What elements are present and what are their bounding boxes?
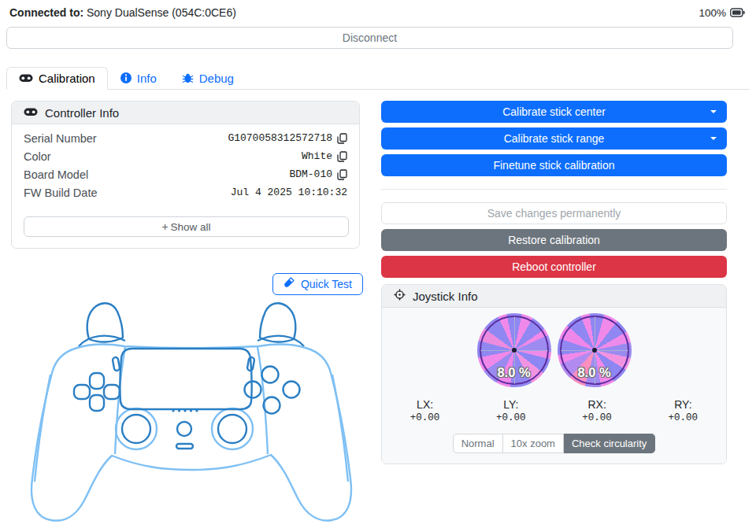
axis-value: +0.00: [640, 412, 726, 423]
axis-rx: RX: +0.00: [554, 398, 640, 423]
divider: [381, 189, 727, 190]
joystick-info-title: Joystick Info: [413, 290, 478, 303]
app-root: Connected to: Sony DualSense (054C:0CE6)…: [0, 0, 756, 530]
battery-percent: 100%: [699, 7, 726, 19]
quick-test-row: Quick Test: [11, 273, 363, 295]
left-stick-gauge: 8.0 %: [477, 313, 551, 387]
plus-icon: +: [161, 220, 168, 233]
axis-ly: LY: +0.00: [468, 398, 554, 423]
show-all-label: Show all: [171, 221, 211, 233]
copy-icon[interactable]: [337, 133, 347, 144]
quick-test-label: Quick Test: [301, 277, 352, 291]
tab-bar: Calibration Info Debug: [6, 67, 750, 90]
tab-calibration[interactable]: Calibration: [6, 67, 108, 90]
info-label: Color: [24, 150, 51, 163]
left-column: Controller Info Serial Number G107005831…: [11, 101, 360, 530]
info-label: Board Model: [24, 168, 88, 181]
right-stick-gauge: 8.0 %: [558, 313, 632, 387]
info-row-fw-date: FW Build Date Jul 4 2025 10:10:32: [12, 183, 359, 201]
chevron-down-icon[interactable]: [710, 110, 717, 113]
show-all-button[interactable]: +Show all: [24, 216, 349, 237]
info-value: White: [302, 150, 347, 162]
device-name: Sony DualSense (054C:0CE6): [87, 6, 236, 19]
top-status-bar: Connected to: Sony DualSense (054C:0CE6)…: [0, 0, 756, 24]
color-value: White: [302, 150, 332, 162]
info-row-serial: Serial Number G1070058312572718: [12, 129, 359, 147]
vial-icon: [284, 277, 295, 291]
save-changes-button[interactable]: Save changes permanently: [381, 202, 727, 224]
controller-illustration: [22, 299, 360, 530]
info-row-color: Color White: [12, 147, 359, 165]
joystick-info-card: Joystick Info 8.0 %: [381, 284, 727, 464]
axis-label: LY:: [468, 398, 554, 411]
axis-lx: LX: +0.00: [382, 398, 468, 423]
crosshairs-icon: [394, 289, 406, 303]
tab-calibration-label: Calibration: [39, 72, 95, 85]
tab-info-label: Info: [137, 72, 157, 85]
controller-info-title: Controller Info: [45, 106, 119, 120]
axis-label: LX:: [382, 398, 468, 411]
view-check-circularity-button[interactable]: Check circularity: [564, 434, 655, 453]
info-value: G1070058312572718: [228, 132, 347, 144]
gamepad-icon: [24, 106, 38, 120]
axis-value: +0.00: [382, 412, 468, 423]
main-content: Controller Info Serial Number G107005831…: [11, 101, 756, 530]
serial-number-value: G1070058312572718: [228, 132, 332, 144]
axis-label: RY:: [640, 398, 726, 411]
stick-position-dot: [592, 348, 597, 353]
finetune-calibration-button[interactable]: Finetune stick calibration: [381, 154, 727, 176]
calibrate-stick-range-button[interactable]: Calibrate stick range: [381, 127, 727, 150]
battery-status: 100%: [699, 7, 745, 19]
tab-debug[interactable]: Debug: [169, 67, 246, 90]
tab-info[interactable]: Info: [108, 67, 169, 90]
chevron-down-icon[interactable]: [710, 137, 717, 140]
battery-icon: [730, 8, 745, 17]
controller-info-header: Controller Info: [12, 102, 359, 124]
axis-label: RX:: [554, 398, 640, 411]
joystick-info-body: 8.0 % 8.0 % LX:: [382, 308, 726, 464]
calibrate-stick-center-label: Calibrate stick center: [502, 105, 606, 118]
view-10x-zoom-button[interactable]: 10x zoom: [503, 434, 564, 453]
calibrate-stick-range-label: Calibrate stick range: [504, 132, 605, 145]
info-value: BDM-010: [289, 168, 347, 180]
right-stick-circularity-value: 8.0 %: [558, 365, 632, 380]
info-label: FW Build Date: [24, 187, 97, 199]
quick-test-button[interactable]: Quick Test: [272, 273, 363, 295]
connected-label: Connected to:: [9, 6, 83, 19]
axis-ry: RY: +0.00: [640, 398, 726, 423]
connected-device-text: Connected to: Sony DualSense (054C:0CE6): [9, 6, 236, 19]
controller-info-body: Serial Number G1070058312572718 Color Wh…: [12, 124, 359, 248]
controller-info-card: Controller Info Serial Number G107005831…: [11, 101, 360, 249]
disconnect-button[interactable]: Disconnect: [6, 27, 733, 49]
left-stick-circularity-value: 8.0 %: [477, 365, 551, 380]
gauge-view-button-group: Normal 10x zoom Check circularity: [382, 434, 726, 453]
view-normal-button[interactable]: Normal: [453, 434, 503, 453]
info-circle-icon: [120, 72, 132, 83]
calibrate-stick-center-button[interactable]: Calibrate stick center: [381, 101, 727, 123]
copy-icon[interactable]: [337, 151, 347, 162]
info-row-board-model: Board Model BDM-010: [12, 165, 359, 183]
reboot-controller-button[interactable]: Reboot controller: [381, 256, 727, 278]
axis-value: +0.00: [554, 412, 640, 423]
fw-build-date-value: Jul 4 2025 10:10:32: [231, 187, 347, 198]
right-column: Calibrate stick center Calibrate stick r…: [381, 101, 733, 530]
tab-debug-label: Debug: [199, 72, 234, 85]
stick-gauges: 8.0 % 8.0 %: [382, 313, 726, 387]
board-model-value: BDM-010: [289, 168, 332, 180]
info-value: Jul 4 2025 10:10:32: [231, 187, 347, 198]
gamepad-icon: [19, 72, 33, 83]
axis-value: +0.00: [468, 412, 554, 423]
stick-position-dot: [512, 348, 517, 353]
bug-icon: [182, 72, 194, 83]
copy-icon[interactable]: [337, 169, 347, 180]
info-label: Serial Number: [24, 132, 97, 145]
axis-values-row: LX: +0.00 LY: +0.00 RX: +0.00 RY:: [382, 398, 726, 423]
restore-calibration-button[interactable]: Restore calibration: [381, 229, 727, 251]
joystick-info-header: Joystick Info: [382, 285, 726, 308]
